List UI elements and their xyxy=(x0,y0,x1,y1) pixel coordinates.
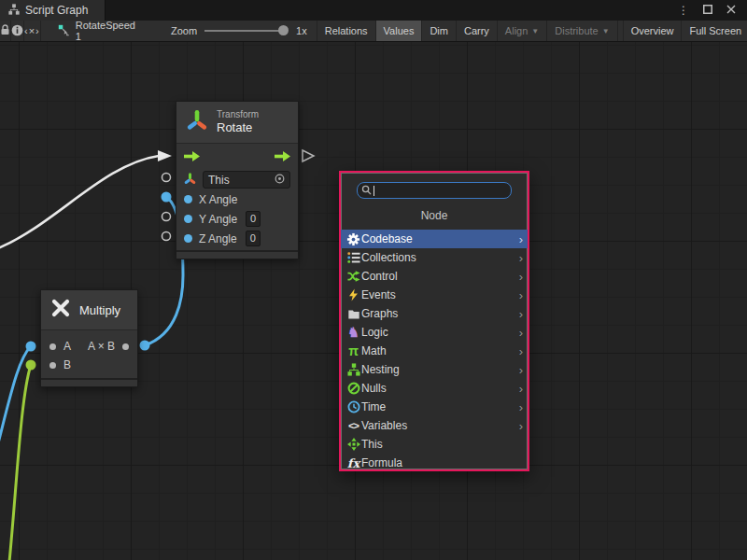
finder-item-label: Variables xyxy=(361,419,407,432)
output-port[interactable] xyxy=(122,343,129,350)
port-value-field[interactable]: 0 xyxy=(246,231,261,246)
finder-item-label: Formula xyxy=(361,456,402,469)
port-label: Z Angle xyxy=(199,232,237,245)
this-field-value: This xyxy=(208,174,230,187)
toolbar-button-full-screen[interactable]: Full Screen xyxy=(681,21,747,41)
graph-breadcrumb[interactable]: RotateSpeed 1 xyxy=(41,21,148,41)
window-controls: ⋮ xyxy=(678,0,747,21)
info-button[interactable] xyxy=(11,21,24,41)
close-icon[interactable] xyxy=(726,5,736,16)
lock-icon xyxy=(0,24,10,37)
finder-list: Codebase›Collections›Control›Events›Grap… xyxy=(341,230,528,472)
dropdown-arrow-icon: ▼ xyxy=(602,27,610,35)
input-port-b[interactable] xyxy=(49,362,56,369)
finder-item-graphs[interactable]: Graphs› xyxy=(341,304,528,323)
fuzzy-finder-panel: Node Codebase›Collections›Control›Events… xyxy=(339,171,529,471)
finder-item-control[interactable]: Control› xyxy=(341,267,528,286)
tab-label: Script Graph xyxy=(25,4,88,17)
finder-item-time[interactable]: Time› xyxy=(341,398,528,416)
node-title-label: Rotate xyxy=(217,120,259,135)
toolbar-button-label: Values xyxy=(384,25,415,36)
multiply-icon xyxy=(50,298,71,322)
finder-search-input[interactable] xyxy=(357,182,512,199)
toolbar-button-values[interactable]: Values xyxy=(375,21,422,41)
zoom-slider-handle[interactable] xyxy=(278,25,289,35)
value-port-icon[interactable] xyxy=(184,215,192,223)
toolbar-button-carry[interactable]: Carry xyxy=(456,21,497,41)
variables-icon: <> xyxy=(345,418,361,433)
finder-item-collections[interactable]: Collections› xyxy=(341,248,528,267)
finder-item-label: Events xyxy=(361,288,396,301)
toolbar-button-label: Carry xyxy=(464,25,489,36)
flow-out-port[interactable] xyxy=(275,151,290,164)
toolbar-button-distribute[interactable]: Distribute▼ xyxy=(546,21,616,41)
port-label: X Angle xyxy=(199,193,237,206)
finder-item-label: Math xyxy=(361,344,387,357)
chevron-right-icon: › xyxy=(519,364,523,376)
flow-in-port[interactable] xyxy=(184,151,200,164)
chevron-right-icon: › xyxy=(519,289,523,301)
port-label-output: A × B xyxy=(88,340,115,353)
finder-item-nulls[interactable]: Nulls› xyxy=(341,379,528,398)
this-object-field[interactable]: This xyxy=(203,171,290,189)
node-multiply-header[interactable]: Multiply xyxy=(41,290,137,330)
finder-item-nesting[interactable]: Nesting› xyxy=(341,360,528,379)
input-port-a[interactable] xyxy=(49,343,56,350)
value-port-icon[interactable] xyxy=(184,195,192,203)
zoom-slider[interactable] xyxy=(204,21,289,41)
value-port-icon[interactable] xyxy=(184,234,192,243)
code-view-icon: ‹×› xyxy=(24,25,40,36)
tab-script-graph[interactable]: Script Graph xyxy=(0,0,106,21)
script-graph-window: Script Graph ⋮ ‹×› xyxy=(0,0,747,560)
port-row-y-angle[interactable]: Y Angle0 xyxy=(176,209,298,229)
chevron-right-icon: › xyxy=(519,327,523,339)
node-multiply[interactable]: Multiply A A × B B xyxy=(40,289,138,387)
chevron-right-icon: › xyxy=(519,308,523,320)
node-rotate-header[interactable]: Transform Rotate xyxy=(176,102,298,144)
toolbar-button-relations[interactable]: Relations xyxy=(317,21,375,41)
finder-item-math[interactable]: πMath› xyxy=(341,342,528,360)
finder-header: Node xyxy=(341,203,528,230)
time-icon xyxy=(345,399,361,414)
chevron-right-icon: › xyxy=(519,345,523,357)
port-row-x-angle[interactable]: X Angle xyxy=(176,189,298,209)
finder-item-label: Nulls xyxy=(361,382,387,395)
toolbar-button-label: Dim xyxy=(430,25,448,36)
port-row-z-angle[interactable]: Z Angle0 xyxy=(176,229,298,248)
info-icon xyxy=(11,24,23,38)
math-icon: π xyxy=(345,343,361,358)
graph-hierarchy-icon xyxy=(8,4,20,18)
zoom-label: Zoom xyxy=(171,25,197,36)
finder-item-logic[interactable]: ♞Logic› xyxy=(341,323,528,342)
logic-icon: ♞ xyxy=(345,325,361,340)
toolbar-button-label: Overview xyxy=(631,25,674,36)
code-view-button[interactable]: ‹×› xyxy=(24,21,41,41)
object-picker-icon[interactable] xyxy=(275,174,285,187)
node-transform-rotate[interactable]: Transform Rotate This xyxy=(176,101,299,259)
finder-item-label: Control xyxy=(361,270,398,283)
finder-item-label: Codebase xyxy=(361,232,413,245)
graph-name-label: RotateSpeed 1 xyxy=(76,20,135,42)
finder-item-label: Logic xyxy=(361,326,388,339)
port-label-a: A xyxy=(63,340,71,353)
maximize-icon[interactable] xyxy=(703,5,712,16)
toolbar-button-overview[interactable]: Overview xyxy=(623,21,682,41)
port-label-b: B xyxy=(63,358,71,371)
toolbar-button-dim[interactable]: Dim xyxy=(421,21,456,41)
formula-icon: fx xyxy=(345,455,361,470)
toolbar-button-label: Align xyxy=(505,25,528,36)
finder-item-variables[interactable]: <>Variables› xyxy=(341,416,528,435)
finder-item-formula[interactable]: fxFormula xyxy=(341,454,528,472)
tab-bar: Script Graph ⋮ xyxy=(0,0,747,21)
node-footer xyxy=(176,252,298,259)
toolbar-button-align[interactable]: Align▼ xyxy=(497,21,546,41)
chevron-right-icon: › xyxy=(519,383,523,395)
lock-button[interactable] xyxy=(0,21,11,41)
port-value-field[interactable]: 0 xyxy=(246,211,261,227)
zoom-slider-track xyxy=(204,30,285,32)
finder-item-events[interactable]: Events› xyxy=(341,286,528,304)
menu-icon[interactable]: ⋮ xyxy=(678,5,689,16)
finder-item-this[interactable]: This xyxy=(341,435,528,454)
finder-item-codebase[interactable]: Codebase› xyxy=(341,230,528,248)
toolbar-button-label: Relations xyxy=(325,25,368,36)
